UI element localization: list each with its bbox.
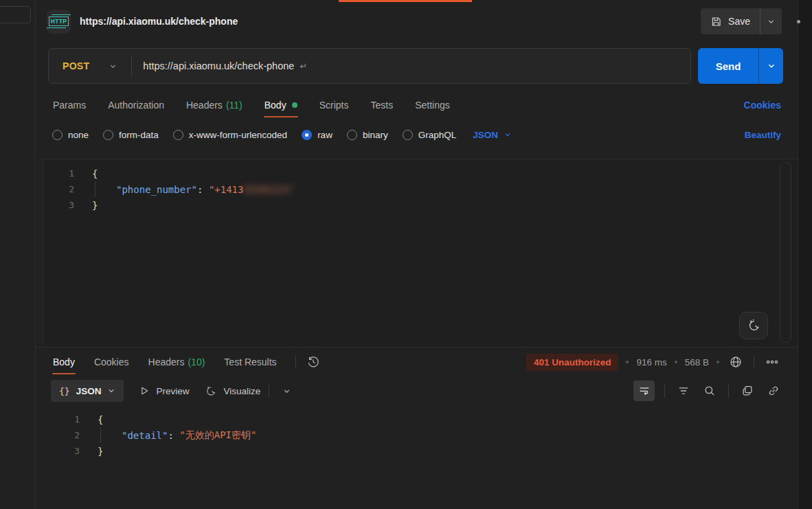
- save-options-button[interactable]: [760, 8, 782, 34]
- radio-x-www-form-urlencoded[interactable]: x-www-form-urlencoded: [173, 130, 287, 140]
- tab-label: Settings: [415, 100, 450, 111]
- radio-label: GraphQL: [418, 130, 457, 140]
- save-icon: [710, 16, 722, 27]
- code-line: 2 "detail" : "无效的API密钥": [36, 427, 798, 443]
- wrap-text-icon: [638, 385, 651, 397]
- wrap-text-button[interactable]: [633, 381, 655, 401]
- chevron-down-icon: [767, 17, 776, 26]
- tab-headers[interactable]: Headers(11): [185, 93, 243, 117]
- tab-label: Body: [264, 100, 286, 111]
- preview-button[interactable]: Preview: [139, 385, 189, 396]
- tab-settings[interactable]: Settings: [414, 93, 451, 117]
- radio-form-data[interactable]: form-data: [103, 130, 159, 140]
- request-title: https://api.xiaomu.uk/check-phone: [80, 16, 238, 27]
- divider: [295, 355, 296, 369]
- separator-dot: [675, 361, 677, 363]
- link-button[interactable]: [765, 382, 782, 400]
- editor-scrollbar[interactable]: [780, 162, 791, 343]
- more-views-button[interactable]: [278, 382, 295, 400]
- postbot-sparkle-icon: [746, 318, 761, 333]
- response-body-editor[interactable]: 1 { 2 "detail" : "无效的API密钥" 3 }: [36, 405, 798, 509]
- request-header: HTTP https://api.xiaomu.uk/check-phone S…: [36, 0, 798, 43]
- line-number: 3: [36, 443, 80, 459]
- radio-none[interactable]: none: [52, 130, 89, 140]
- tab-params[interactable]: Params: [52, 93, 87, 117]
- radio-label: none: [68, 130, 89, 140]
- line-number: 1: [36, 411, 80, 427]
- radio-circle: [173, 130, 183, 140]
- tab-label: Headers: [186, 100, 223, 111]
- status-badge[interactable]: 401 Unauthorized: [526, 354, 619, 371]
- save-split-button: Save: [701, 8, 782, 34]
- divider: [728, 384, 729, 398]
- radio-graphql[interactable]: GraphQL: [403, 130, 457, 140]
- chevron-down-icon: [504, 131, 512, 139]
- separator-dot: [626, 361, 629, 363]
- code-line: 1 {: [43, 166, 798, 181]
- copy-button[interactable]: [738, 382, 756, 400]
- tab-authorization[interactable]: Authorization: [107, 93, 165, 117]
- filter-button[interactable]: [675, 382, 692, 400]
- filter-lines-icon: [677, 385, 690, 397]
- search-icon: [703, 385, 716, 397]
- save-button[interactable]: Save: [701, 8, 760, 34]
- radio-circle: [52, 130, 63, 140]
- send-button[interactable]: Send: [698, 48, 758, 84]
- response-more-actions-button[interactable]: [763, 353, 781, 371]
- response-tab-headers[interactable]: Headers(10): [148, 350, 206, 374]
- tab-label: Cookies: [94, 357, 129, 367]
- save-button-label: Save: [728, 16, 750, 27]
- tab-label: Tests: [370, 100, 393, 111]
- code-line: 1 {: [36, 411, 798, 427]
- chevron-down-icon: [109, 62, 117, 71]
- cookies-link[interactable]: Cookies: [744, 100, 781, 111]
- radio-circle: [103, 130, 113, 140]
- globe-icon: [729, 355, 743, 369]
- indent-guide: [95, 181, 95, 197]
- code-token: :: [197, 184, 209, 195]
- preview-label: Preview: [156, 386, 189, 396]
- response-tab-body[interactable]: Body: [52, 350, 76, 374]
- postbot-button[interactable]: [739, 312, 768, 339]
- code-token: }: [98, 446, 103, 457]
- beautify-link[interactable]: Beautify: [745, 130, 781, 140]
- line-number: 3: [43, 197, 74, 213]
- tab-scripts[interactable]: Scripts: [319, 93, 350, 117]
- tab-tests[interactable]: Tests: [370, 93, 394, 117]
- tab-label: Params: [53, 100, 86, 111]
- response-format-dropdown[interactable]: {} JSON: [51, 380, 124, 402]
- radio-label: form-data: [119, 130, 159, 140]
- radio-raw[interactable]: raw: [302, 130, 332, 140]
- request-body-editor[interactable]: 1 { 2 "phone_number" : "+1413 5550123" 3…: [43, 159, 798, 347]
- visualize-button[interactable]: Visualize: [204, 385, 260, 398]
- response-tab-test-results[interactable]: Test Results: [223, 350, 277, 374]
- raw-format-dropdown[interactable]: JSON: [473, 130, 512, 140]
- copy-icon: [741, 385, 754, 397]
- visualize-label: Visualize: [223, 386, 260, 396]
- radio-label: raw: [317, 130, 332, 140]
- method-selector[interactable]: POST: [49, 60, 131, 71]
- left-sidebar: [0, 0, 36, 509]
- send-split-button: Send: [698, 48, 783, 84]
- radio-binary[interactable]: binary: [347, 130, 388, 140]
- url-container: POST https://api.xiaomu.uk/check-phone ↵: [48, 48, 691, 84]
- enter-hint-glyph: ↵: [300, 61, 307, 71]
- tab-body[interactable]: Body: [264, 93, 298, 117]
- request-panel: HTTP https://api.xiaomu.uk/check-phone S…: [36, 0, 798, 509]
- format-label: JSON: [76, 386, 102, 396]
- divider: [269, 384, 269, 398]
- code-token: {: [92, 168, 98, 179]
- response-size[interactable]: 568 B: [685, 357, 709, 367]
- http-request-icon: HTTP: [47, 10, 71, 34]
- app-window: HTTP https://api.xiaomu.uk/check-phone S…: [0, 0, 812, 509]
- url-input[interactable]: https://api.xiaomu.uk/check-phone: [132, 60, 294, 71]
- response-tab-cookies[interactable]: Cookies: [93, 350, 130, 374]
- sidebar-collapsed-item[interactable]: [0, 6, 31, 23]
- response-history-button[interactable]: [304, 353, 322, 371]
- send-options-button[interactable]: [759, 48, 783, 84]
- network-info-button[interactable]: [727, 353, 745, 371]
- search-button[interactable]: [701, 382, 719, 400]
- response-time[interactable]: 916 ms: [636, 357, 666, 367]
- code-line: 3 }: [43, 197, 798, 213]
- code-line: 3 }: [36, 443, 798, 459]
